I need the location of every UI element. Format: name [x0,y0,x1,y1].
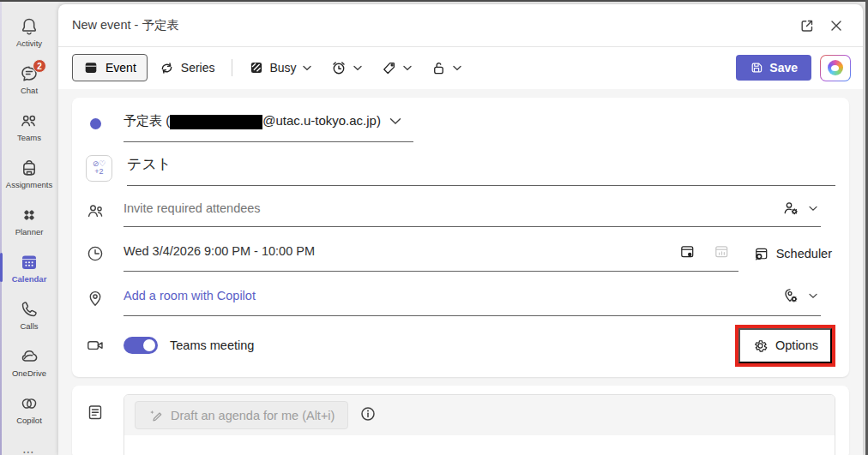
backpack-icon [18,158,40,178]
calendar-color-dot [86,118,124,129]
attendees-row [86,190,835,231]
teams-meeting-toggle[interactable] [124,337,158,354]
sidebar-item-chat[interactable]: 2 Chat [0,56,58,103]
show-as-busy-dropdown[interactable]: Busy [241,55,319,81]
category-tag-dropdown[interactable] [373,55,419,81]
calendar-chart-icon [713,242,731,260]
reminder-dropdown[interactable] [322,54,370,81]
description-text-area[interactable] [124,435,835,455]
calendar-name-prefix: 予定表 ( [124,113,170,128]
bell-icon [18,16,40,37]
tab-event-label: Event [105,61,136,75]
repeat-icon [159,60,175,76]
agenda-info-icon[interactable] [360,406,376,425]
save-icon [750,61,763,75]
chevron-down-icon [303,65,311,71]
tag-icon [381,60,397,76]
event-icon [83,60,99,75]
close-button[interactable] [822,12,851,39]
event-toolbar: Event Series Busy Save [58,47,863,88]
sidebar-label: Planner [15,228,44,236]
calendar-selector-row: 予定表 (@utac.u-tokyo.ac.jp) [86,101,835,146]
event-form-card: 予定表 (@utac.u-tokyo.ac.jp) ⊘♡+2 テスト [72,98,849,377]
draft-agenda-button[interactable]: Draft an agenda for me (Alt+i) [135,401,348,429]
open-in-new-window-button[interactable] [793,12,822,39]
attendees-input[interactable] [124,201,778,215]
sidebar-item-assignments[interactable]: Assignments [0,150,58,197]
suggested-times-button[interactable] [675,238,701,264]
options-label: Options [775,338,818,352]
chevron-down-icon [809,293,817,299]
draft-agenda-label: Draft an agenda for me (Alt+i) [171,409,335,422]
tab-series-label: Series [181,61,215,75]
new-event-dialog: New event - 予定表 Event Series Busy [58,4,863,455]
sidebar-label: Teams [17,134,41,142]
busy-label: Busy [270,61,297,75]
sidebar-label: Calendar [12,275,47,284]
sensitivity-dropdown[interactable] [423,55,469,81]
sidebar-item-activity[interactable]: Activity [0,9,58,56]
popout-icon [799,17,816,34]
phone-icon [18,299,40,320]
sidebar-item-calls[interactable]: Calls [0,291,58,338]
chat-unread-badge: 2 [33,59,46,73]
app-rail: Activity 2 Chat Teams Assignments Planne… [0,2,58,455]
calendar-insights-button[interactable] [709,238,735,264]
teams-people-icon [18,111,40,131]
sidebar-label: OneDrive [12,369,46,378]
dialog-title: New event - 予定表 [72,17,179,33]
sidebar-item-onedrive[interactable]: OneDrive [0,338,58,386]
description-card: Draft an agenda for me (Alt+i) [72,386,849,455]
location-options-dropdown[interactable] [778,283,804,308]
scheduler-label: Scheduler [776,247,832,260]
calendar-person-icon [678,242,696,260]
sidebar-item-calendar[interactable]: Calendar [0,244,58,291]
copilot-logo-icon [828,60,843,75]
calendar-search-icon [752,245,770,263]
save-button[interactable]: Save [736,55,811,81]
toolbar-divider [232,59,232,76]
title-row: ⊘♡+2 テスト [86,146,835,190]
emoji-category-picker-icon[interactable]: ⊘♡+2 [86,155,112,182]
calendar-icon [18,252,40,272]
sidebar-item-planner[interactable]: Planner [0,197,58,244]
tab-event[interactable]: Event [72,54,148,81]
agenda-toolbar: Draft an agenda for me (Alt+i) [124,395,835,435]
add-room-copilot-link[interactable]: Add a room with Copilot [124,289,256,302]
calendar-selector-dropdown[interactable]: 予定表 (@utac.u-tokyo.ac.jp) [124,110,413,142]
location-row: Add a room with Copilot [86,276,835,320]
sidebar-label: Copilot [16,416,42,425]
datetime-row: Wed 3/4/2026 9:00 PM - 10:00 PM Schedule… [86,231,835,276]
event-title-input[interactable]: テスト [127,154,835,177]
datetime-value[interactable]: Wed 3/4/2026 9:00 PM - 10:00 PM [124,244,315,258]
person-gear-icon [781,199,800,218]
more-apps-icon[interactable]: ⋯ [0,445,58,455]
attendee-options-dropdown[interactable] [778,195,804,221]
busy-status-icon [249,60,264,75]
save-label: Save [769,61,798,75]
tab-series[interactable]: Series [151,55,223,81]
close-icon [828,17,845,34]
dialog-body: 予定表 (@utac.u-tokyo.ac.jp) ⊘♡+2 テスト [58,89,863,455]
location-pin-icon [86,289,124,308]
sidebar-label: Assignments [6,181,52,189]
annotation-highlight: Options [735,325,835,367]
calendar-name-suffix: @utac.u-tokyo.ac.jp) [262,113,381,128]
sidebar-label: Activity [16,39,42,48]
attendees-people-icon [86,201,124,220]
planner-icon [18,205,40,225]
meeting-options-button[interactable]: Options [738,328,832,363]
pin-gear-icon [781,286,800,305]
copilot-icon [18,393,40,414]
chevron-down-icon [809,206,817,212]
lock-open-icon [431,60,447,76]
chevron-down-icon [353,65,362,71]
chevron-down-icon [403,65,412,71]
window-top-edge [0,0,868,2]
chevron-down-icon [389,117,401,125]
sidebar-item-copilot[interactable]: Copilot [0,386,58,433]
description-editor[interactable]: Draft an agenda for me (Alt+i) [124,394,835,455]
sidebar-item-teams[interactable]: Teams [0,103,58,150]
scheduler-button[interactable]: Scheduler [745,241,835,267]
copilot-button[interactable] [820,55,851,81]
